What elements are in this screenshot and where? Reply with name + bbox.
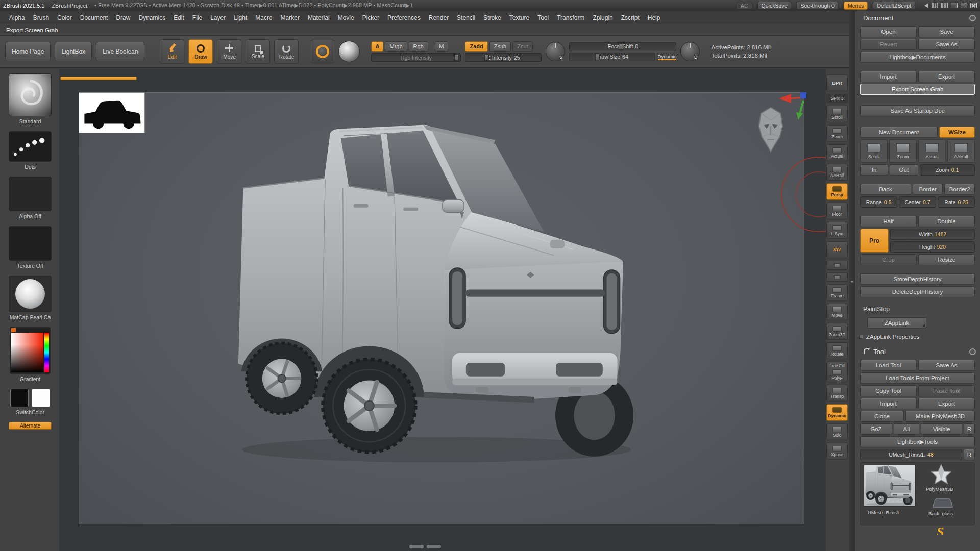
menu-item[interactable]: Document [76,14,112,21]
doc-aahalf-button[interactable]: AAHalf [947,139,975,163]
back-button[interactable]: Back [860,184,911,195]
move-button[interactable]: Move [217,39,241,64]
paintstop-item[interactable]: PaintStop [855,304,980,314]
menu-item[interactable]: Macro [251,14,276,21]
menu-item[interactable]: Edit [169,14,188,21]
wsize-toggle[interactable]: WSize [939,127,975,138]
menu-item[interactable]: Picker [358,14,383,21]
menu-item[interactable]: Marker [277,14,304,21]
new-document-button[interactable]: New Document [860,127,938,138]
save-tool-as-button[interactable]: Save As [918,360,975,371]
rate-slider[interactable]: Rate 0.25 [938,196,975,208]
save-as-button[interactable]: Save As [918,39,975,50]
menu-item[interactable]: Brush [29,14,53,21]
tool-r-button[interactable]: R [964,449,975,460]
menu-item[interactable]: File [188,14,206,21]
range-slider[interactable]: Range 0.5 [860,196,897,208]
zoom-slider[interactable]: Zoom 0.1 [920,164,975,176]
solo-toggle[interactable]: Solo [826,423,848,440]
zadd-toggle[interactable]: Zadd [465,41,487,52]
zsub-toggle[interactable]: Zsub [489,41,511,52]
save-button[interactable]: Save [918,26,975,37]
make-polymesh3d-button[interactable]: Make PolyMesh3D [905,411,975,422]
doc-actual-button[interactable]: Actual [918,139,946,163]
zapplink-properties-header[interactable]: ZAppLink Properties [855,332,980,342]
resize-button[interactable]: Resize [918,254,975,265]
slider-handle[interactable] [619,43,623,50]
lightbox-documents-button[interactable]: Lightbox▶Documents [860,52,975,63]
export-tool-button[interactable]: Export [918,398,975,409]
menu-item[interactable]: Tool [533,14,553,21]
half-button[interactable]: Half [860,216,917,227]
stroke-selector[interactable] [9,131,52,162]
mrgb-toggle[interactable]: Mrgb [385,41,407,52]
draw-size-slider[interactable]: Draw Size 64 [569,53,654,61]
menu-item[interactable]: Layer [206,14,230,21]
zoom3d-button[interactable]: Zoom3D [826,323,848,340]
delete-depth-history-button[interactable]: DeleteDepthHistory [860,286,975,297]
doc-zoom-button[interactable]: Zoom [889,139,917,163]
height-slider[interactable]: Height 920 [890,241,975,253]
live-boolean-button[interactable]: Live Boolean [96,42,144,61]
current-color-swatch[interactable] [11,328,16,332]
doc-scroll-button[interactable]: Scroll [860,139,888,163]
saturation-square[interactable] [11,333,43,372]
move-camera-button[interactable]: Move [826,304,848,320]
hue-strip[interactable] [44,333,49,372]
perspective-toggle[interactable]: Persp [826,183,848,200]
pro-toggle[interactable]: Pro [860,229,889,253]
zoom-in-button[interactable]: In [860,164,888,176]
layout-grid-icon[interactable] [932,3,938,8]
double-button[interactable]: Double [918,216,975,227]
stroke-dial[interactable]: S [546,42,565,61]
menu-item[interactable]: Zscript [617,14,644,21]
menu-item[interactable]: Help [644,14,665,21]
home-page-button[interactable]: Home Page [5,42,51,61]
width-slider[interactable]: Width 1482 [890,229,975,240]
scale-button[interactable]: Scale [246,39,270,64]
z-intensity-slider[interactable]: Z Intensity 25 [465,53,542,62]
crop-button[interactable]: Crop [860,254,917,265]
open-button[interactable]: Open [860,26,917,37]
floor-grid-toggle[interactable]: Floor [826,203,848,219]
ac-toggle[interactable]: AC [737,2,752,10]
lightbox-tools-button[interactable]: Lightbox▶Tools [860,436,975,447]
close-icon[interactable] [970,3,977,8]
canvas-scrollbar[interactable] [409,545,441,548]
goz-r-button[interactable]: R [964,423,975,435]
main-color-swatch[interactable] [10,389,29,407]
back-glass-thumbnail[interactable] [931,495,953,510]
alternate-button[interactable]: Alternate [9,422,52,430]
panels-icon[interactable] [941,3,948,8]
border2-button[interactable]: Border2 [944,184,975,195]
see-through-slider[interactable]: See-through 0 [796,2,839,10]
menu-item[interactable]: Texture [505,14,533,21]
floor-axis-toggle[interactable]: XYZ [826,241,848,258]
load-tools-from-project-button[interactable]: Load Tools From Project [860,372,975,384]
store-depth-history-button[interactable]: StoreDepthHistory [860,273,975,285]
transparency-toggle[interactable]: Transp [826,385,848,402]
slider-handle[interactable] [595,54,600,60]
alpha-selector[interactable] [9,177,52,211]
color-picker[interactable] [10,327,51,374]
border-button[interactable]: Border [913,184,943,195]
zoom-out-button[interactable]: Out [890,164,918,176]
edit-button[interactable]: Edit [160,39,184,64]
spix-slider[interactable]: SPix 3 [826,94,848,103]
center-slider[interactable]: Center 0.7 [899,196,936,208]
rgb-intensity-slider[interactable]: Rgb Intensity [371,53,461,62]
clone-button[interactable]: Clone [860,411,904,422]
import-document-button[interactable]: Import [860,71,917,82]
frame-button[interactable]: Frame [826,284,848,301]
secondary-color-swatch[interactable] [32,389,50,407]
active-tool-thumbnail[interactable] [864,465,916,507]
tool-palette-header[interactable]: Tool [855,345,980,358]
rgb-toggle[interactable]: Rgb [409,41,428,52]
minimize-icon[interactable] [961,3,967,8]
zapplink-button[interactable]: ZAppLink [867,317,926,329]
collapse-left-icon[interactable] [924,3,928,8]
marker-button[interactable] [826,272,848,282]
polyframe-toggle[interactable]: Line Fill PolyF [826,362,848,382]
goz-visible-button[interactable]: Visible [921,423,962,435]
m-toggle[interactable]: M [435,41,448,52]
